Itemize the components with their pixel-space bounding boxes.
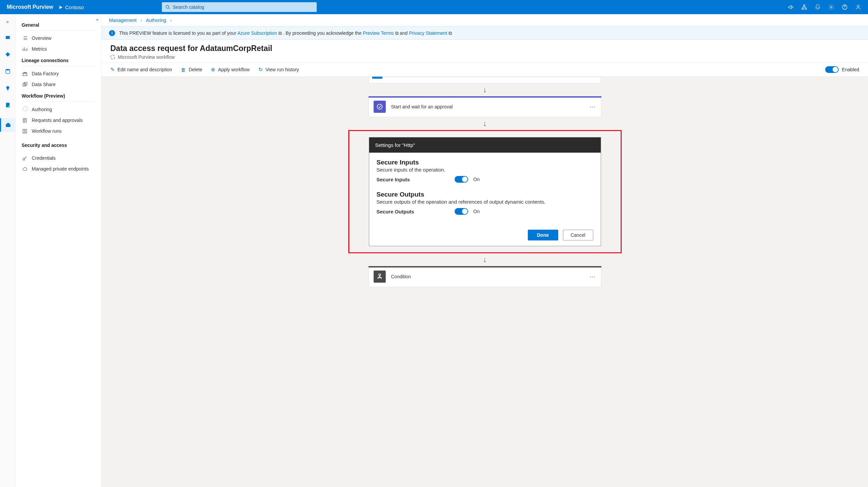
page-header: Data access request for AdataumCorpRetai… <box>102 40 868 62</box>
megaphone-icon[interactable] <box>788 4 794 10</box>
sidenav: « General ☰Overview Metrics Lineage conn… <box>16 14 102 487</box>
nav-overview[interactable]: ☰Overview <box>22 33 95 44</box>
workflow-step-stub[interactable] <box>369 77 601 83</box>
search-placeholder: Search catalog <box>173 4 204 10</box>
svg-point-5 <box>831 6 832 8</box>
pencil-icon: ✎ <box>110 67 115 73</box>
crumb-authoring[interactable]: Authoring <box>146 18 166 23</box>
nav-metrics-label: Metrics <box>32 46 47 52</box>
nav-authoring[interactable]: Authoring <box>22 104 95 115</box>
edit-button[interactable]: ✎Edit name and description <box>110 67 172 73</box>
cancel-label: Cancel <box>571 232 586 238</box>
chevron-right-icon: › <box>170 18 172 23</box>
secure-inputs-title: Secure Inputs <box>377 159 593 166</box>
view-history-button[interactable]: ↻View run history <box>259 67 299 73</box>
rail-management-icon[interactable] <box>0 118 15 132</box>
page-subtitle: Microsoft Purview workflow <box>110 54 859 60</box>
svg-point-14 <box>8 106 10 108</box>
delete-button[interactable]: 🗑Delete <box>181 67 202 73</box>
settings-header: Settings for "Http" <box>369 137 601 153</box>
secure-inputs-desc: Secure inputs of the operation. <box>377 167 593 173</box>
enabled-toggle[interactable] <box>825 66 839 73</box>
secure-inputs-label: Secure Inputs <box>377 177 449 182</box>
condition-icon <box>374 271 386 283</box>
workflow-icon <box>22 106 28 112</box>
nav-datashare[interactable]: Data Share <box>22 79 95 90</box>
section-workflow: Workflow (Preview) <box>22 90 95 102</box>
breadcrumb: Management › Authoring › <box>102 14 868 26</box>
secure-outputs-toggle[interactable] <box>455 208 468 215</box>
top-actions <box>788 4 865 10</box>
rail-insights-icon[interactable] <box>4 84 11 92</box>
workflow-step-approval[interactable]: Start and wait for an approval ⋯ <box>369 96 601 117</box>
step-approval-label: Start and wait for an approval <box>391 104 453 109</box>
secure-outputs-desc: Secure outputs of the operation and refe… <box>377 199 593 205</box>
key-icon <box>22 156 28 161</box>
svg-rect-24 <box>379 274 380 276</box>
cancel-button[interactable]: Cancel <box>563 230 593 240</box>
cloud-icon <box>22 166 28 172</box>
nav-runs[interactable]: Workflow runs <box>22 126 95 136</box>
chevron-right-icon: › <box>141 18 142 23</box>
step-more-icon[interactable]: ⋯ <box>590 273 596 280</box>
secure-outputs-label: Secure Outputs <box>377 209 449 214</box>
highlight-box: Settings for "Http" Secure Inputs Secure… <box>348 130 622 253</box>
rail-sources-icon[interactable] <box>4 51 11 58</box>
svg-rect-12 <box>7 89 8 91</box>
nav-endpoints[interactable]: Managed private endpoints <box>22 163 95 174</box>
workflow-icon <box>110 55 115 59</box>
done-button[interactable]: Done <box>528 230 558 240</box>
privacy-statement-link[interactable]: Privacy Statement <box>409 30 447 36</box>
tenant-name[interactable]: Contoso <box>65 4 84 10</box>
preview-terms-link[interactable]: Preview Terms <box>363 30 394 36</box>
history-label: View run history <box>266 67 299 72</box>
infobar-and: and <box>400 30 409 36</box>
svg-rect-15 <box>6 124 10 127</box>
nav-requests[interactable]: Requests and approvals <box>22 115 95 126</box>
secure-inputs-toggle[interactable] <box>455 176 468 183</box>
flow-arrow-icon: ↓ <box>369 83 601 96</box>
svg-point-10 <box>6 69 10 71</box>
page-subtitle-text: Microsoft Purview workflow <box>118 54 175 60</box>
delete-label: Delete <box>189 67 202 72</box>
infobar-text: This PREVIEW feature is licensed to you … <box>119 30 452 36</box>
gear-icon[interactable] <box>828 4 834 10</box>
svg-point-0 <box>166 5 169 8</box>
help-icon[interactable] <box>842 4 848 10</box>
rail-collections-icon[interactable] <box>4 34 11 41</box>
brand-separator: ▶ <box>59 5 62 9</box>
main: Management › Authoring › i This PREVIEW … <box>102 14 868 487</box>
factory-icon <box>22 71 28 76</box>
nav-metrics[interactable]: Metrics <box>22 44 95 54</box>
workflow-step-condition[interactable]: Condition ⋯ <box>369 266 601 287</box>
azure-subscription-link[interactable]: Azure Subscription <box>237 30 277 36</box>
approval-icon <box>374 101 386 113</box>
sitemap-icon[interactable] <box>801 4 807 10</box>
rail-expand[interactable]: » <box>6 19 9 24</box>
svg-rect-16 <box>7 123 9 124</box>
bell-icon[interactable] <box>815 4 821 10</box>
external-link-icon: ⧉ <box>277 30 282 36</box>
rail-policy-icon[interactable] <box>4 101 11 109</box>
secure-outputs-state: On <box>473 209 480 214</box>
enabled-label: Enabled <box>842 67 859 72</box>
infobar-middle: . By proceeding you acknowledge the <box>283 30 363 36</box>
rail-data-icon[interactable] <box>4 68 11 75</box>
chart-icon <box>22 46 28 52</box>
workflow-canvas[interactable]: ↓ Start and wait for an approval ⋯ ↓ Set… <box>102 77 868 487</box>
search-input[interactable]: Search catalog <box>162 2 317 12</box>
external-link-icon: ⧉ <box>394 30 399 36</box>
step-more-icon[interactable]: ⋯ <box>590 103 596 110</box>
svg-rect-3 <box>802 8 804 9</box>
nav-credentials[interactable]: Credentials <box>22 153 95 163</box>
nav-credentials-label: Credentials <box>32 155 56 161</box>
nav-overview-label: Overview <box>32 35 51 41</box>
secure-inputs-state: On <box>473 177 480 182</box>
nav-datafactory[interactable]: Data Factory <box>22 68 95 79</box>
apply-workflow-button[interactable]: ⊕Apply workflow <box>211 67 249 73</box>
sidenav-collapse[interactable]: « <box>96 17 99 22</box>
edit-label: Edit name and description <box>117 67 172 72</box>
history-icon: ↻ <box>259 67 263 73</box>
account-icon[interactable] <box>855 4 861 10</box>
crumb-management[interactable]: Management <box>109 18 137 23</box>
